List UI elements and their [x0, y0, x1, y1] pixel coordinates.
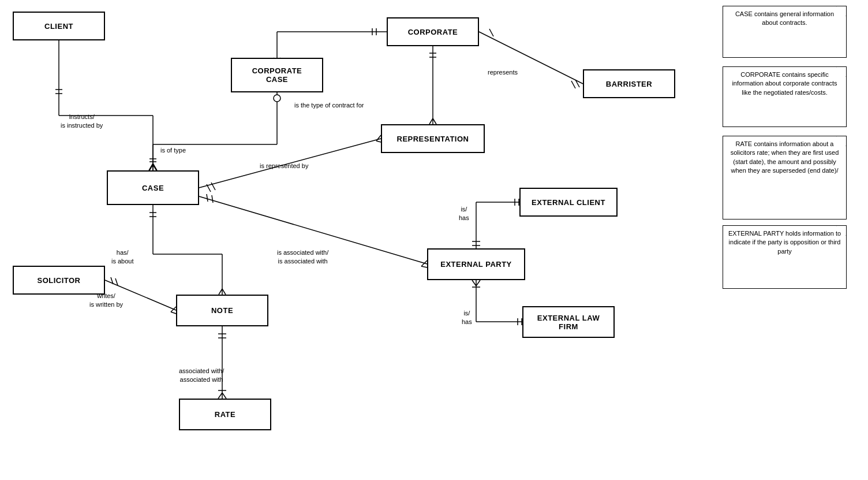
entity-external-party: EXTERNAL PARTY: [427, 248, 525, 280]
entity-note-label: NOTE: [211, 306, 233, 315]
svg-line-63: [171, 307, 176, 312]
note-rate: RATE contains information about a solici…: [723, 136, 847, 219]
entity-solicitor-label: SOLICITOR: [37, 276, 80, 285]
svg-line-37: [212, 195, 213, 203]
svg-line-59: [222, 289, 226, 295]
svg-line-36: [207, 194, 208, 202]
entity-note: NOTE: [176, 295, 268, 326]
svg-line-39: [421, 266, 427, 267]
rel-writes: writes/is written by: [89, 292, 123, 310]
svg-line-6: [149, 165, 153, 170]
note-external-party: EXTERNAL PARTY holds information to indi…: [723, 225, 847, 289]
erd-diagram: CLIENT CORPORATE CASE CORPORATE BARRISTE…: [0, 0, 868, 480]
entity-corporate-case: CORPORATE CASE: [231, 58, 323, 92]
svg-line-7: [153, 165, 156, 170]
entity-external-party-label: EXTERNAL PARTY: [440, 260, 512, 269]
svg-line-58: [219, 289, 222, 295]
entity-client: CLIENT: [13, 12, 105, 40]
rel-is-of-type: is of type: [160, 146, 186, 155]
entity-external-law-firm-label: EXTERNAL LAW FIRM: [537, 314, 600, 331]
rel-represents: represents: [488, 68, 518, 77]
svg-line-22: [489, 29, 493, 36]
rel-instructs: instructs/is instructed by: [61, 113, 103, 131]
svg-line-29: [433, 118, 436, 124]
rel-has-about: has/is about: [111, 248, 134, 266]
entity-external-client: EXTERNAL CLIENT: [519, 188, 618, 217]
entity-case-label: CASE: [142, 184, 164, 192]
note-corporate: CORPORATE contains specific information …: [723, 66, 847, 127]
svg-line-14: [153, 163, 157, 170]
entity-corporate-label: CORPORATE: [408, 28, 458, 36]
entity-client-label: CLIENT: [44, 22, 73, 31]
entity-barrister-label: BARRISTER: [606, 80, 652, 88]
rel-associated-note: associated with/associated with: [179, 367, 224, 385]
entity-external-law-firm: EXTERNAL LAW FIRM: [522, 306, 615, 338]
rel-is-has-client: is/has: [459, 205, 469, 223]
svg-line-68: [218, 393, 222, 399]
svg-line-13: [149, 163, 153, 170]
entity-solicitor: SOLICITOR: [13, 266, 105, 295]
note-case: CASE contains general information about …: [723, 6, 847, 58]
svg-point-11: [274, 95, 280, 102]
svg-line-33: [376, 135, 381, 141]
svg-line-24: [571, 81, 575, 88]
rel-is-has-firm: is/has: [462, 309, 472, 327]
svg-line-50: [476, 280, 480, 286]
svg-line-69: [222, 393, 226, 399]
svg-line-49: [472, 280, 476, 286]
rel-represented-by: is represented by: [260, 162, 308, 170]
entity-rate-label: RATE: [215, 410, 235, 419]
svg-line-28: [429, 118, 433, 124]
svg-line-34: [376, 141, 381, 142]
entity-representation: REPRESENTATION: [381, 124, 485, 153]
entity-external-client-label: EXTERNAL CLIENT: [532, 198, 605, 207]
svg-line-64: [171, 312, 176, 314]
entity-rate: RATE: [179, 399, 271, 430]
entity-corporate: CORPORATE: [387, 17, 479, 46]
entity-case: CASE: [107, 170, 199, 205]
rel-type-contract: is the type of contract for: [294, 101, 364, 110]
entity-barrister: BARRISTER: [583, 69, 675, 98]
entity-corporate-case-label: CORPORATE CASE: [252, 66, 302, 84]
rel-associated-with: is associated with/is associated with: [277, 248, 328, 266]
entity-representation-label: REPRESENTATION: [397, 135, 469, 143]
